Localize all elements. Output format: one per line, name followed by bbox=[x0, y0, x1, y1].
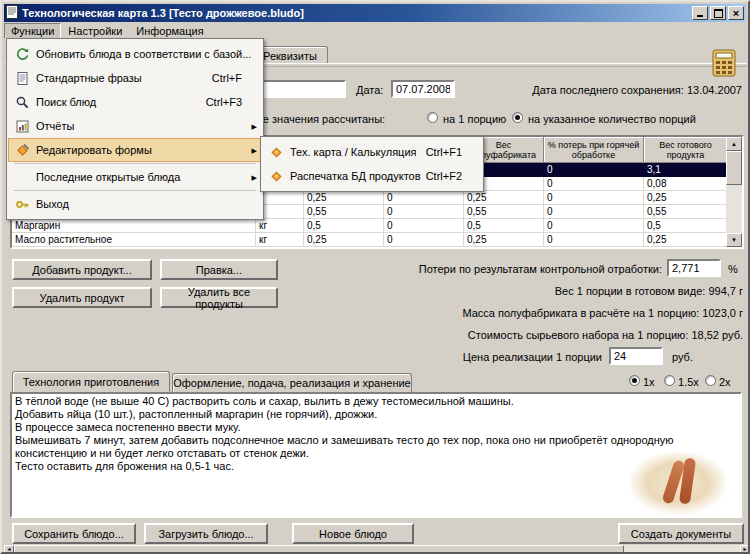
search-icon bbox=[12, 94, 32, 110]
submenu-item-tech-card[interactable]: Тех. карта / Калькуляция Ctrl+F1 bbox=[262, 140, 482, 164]
last-saved-label: Дата последнего сохранения: 13.04.2007 bbox=[502, 84, 742, 96]
menu-item-update-dishes[interactable]: Обновить блюда в соответствии с базой... bbox=[8, 42, 262, 66]
control-loss-label: Потери по результатам контрольной отрабо… bbox=[362, 263, 662, 275]
app-window: Технологическая карта 1.3 [Тесто дрожжев… bbox=[0, 0, 750, 554]
tab-technology-label: Технология приготовления bbox=[23, 376, 159, 388]
save-dish-button[interactable]: Сохранить блюдо... bbox=[12, 523, 136, 544]
form-diamond-icon bbox=[266, 144, 286, 160]
close-button[interactable]: × bbox=[728, 6, 744, 20]
price-unit: руб. bbox=[672, 351, 693, 363]
menu-item-exit[interactable]: Выход bbox=[8, 192, 262, 216]
create-documents-button[interactable]: Создать документы bbox=[618, 523, 744, 544]
menu-item-label: Последние открытые блюда bbox=[36, 171, 180, 183]
menu-item-label: Выход bbox=[36, 198, 69, 210]
table-cell: 0,5 bbox=[304, 219, 384, 233]
table-row[interactable]: Маргарин кг 0,5 0 0,5 0 0,5 bbox=[12, 219, 742, 233]
scroll-left-button[interactable]: ◄ bbox=[4, 545, 14, 554]
edit-forms-submenu: Тех. карта / Калькуляция Ctrl+F1 Распеча… bbox=[260, 136, 484, 192]
portion-ready-weight-label: Вес 1 порции в готовом виде: 994,7 г bbox=[402, 285, 743, 297]
scroll-up-button[interactable]: ▲ bbox=[726, 137, 742, 151]
col-header-ready-weight: Вес готового продукта bbox=[644, 137, 728, 163]
edit-product-button[interactable]: Правка... bbox=[160, 259, 278, 280]
close-icon: × bbox=[733, 8, 739, 18]
radio-one-portion-label[interactable]: на 1 порцию bbox=[443, 113, 506, 125]
table-cell: 3,1 bbox=[644, 163, 728, 177]
minimize-icon bbox=[697, 15, 703, 17]
menu-item-label: Обновить блюда в соответствии с базой... bbox=[36, 48, 251, 60]
calculator-icon[interactable] bbox=[710, 48, 738, 78]
refresh-icon bbox=[12, 46, 32, 62]
table-row[interactable]: Масло растительное кг 0,25 0 0,25 0 0,25 bbox=[12, 233, 742, 247]
radio-scale-1x-label[interactable]: 1x bbox=[643, 376, 655, 388]
window-controls: × bbox=[692, 6, 744, 20]
control-loss-input[interactable] bbox=[667, 259, 721, 277]
radio-portions-label[interactable]: на указанное количество порций bbox=[528, 113, 696, 125]
table-cell: 0,55 bbox=[464, 205, 544, 219]
minimize-button[interactable] bbox=[692, 6, 708, 20]
tab-technology[interactable]: Технология приготовления bbox=[12, 371, 170, 392]
menu-item-edit-forms[interactable]: Редактировать формы ▶ bbox=[8, 138, 262, 162]
tab-design[interactable]: Оформление, подача, реализация и хранени… bbox=[172, 373, 412, 392]
radio-scale-2x-label[interactable]: 2x bbox=[719, 376, 731, 388]
add-product-button[interactable]: Добавить продукт... bbox=[12, 259, 152, 280]
radio-scale-15x-label[interactable]: 1.5x bbox=[678, 376, 699, 388]
semi-weight-per-portion-label: Масса полуфабриката в расчёте на 1 порци… bbox=[402, 307, 743, 319]
menu-item-recent-dishes[interactable]: Последние открытые блюда ▶ bbox=[8, 165, 262, 189]
delete-all-products-button[interactable]: Удалить все продукты bbox=[160, 287, 278, 308]
maximize-icon bbox=[714, 9, 723, 18]
edit-form-icon bbox=[12, 142, 32, 158]
radio-portions[interactable] bbox=[512, 112, 523, 123]
radio-scale-1x[interactable] bbox=[629, 375, 640, 386]
table-cell: 0,25 bbox=[644, 191, 728, 205]
menu-item-search-dishes[interactable]: Поиск блюд Ctrl+F3 bbox=[8, 90, 262, 114]
empty-icon-space bbox=[12, 169, 32, 185]
radio-one-portion[interactable] bbox=[427, 112, 438, 123]
scroll-thumb[interactable] bbox=[726, 151, 742, 185]
delete-product-button[interactable]: Удалить продукт bbox=[12, 287, 152, 308]
technology-textarea[interactable]: В тёплой воде (не выше 40 С) растворить … bbox=[10, 392, 742, 518]
radio-scale-2x[interactable] bbox=[705, 375, 716, 386]
table-cell: 0 bbox=[544, 219, 644, 233]
menu-item-standard-phrases[interactable]: Стандартные фразы Ctrl+F bbox=[8, 66, 262, 90]
menu-item-reports[interactable]: Отчёты ▶ bbox=[8, 114, 262, 138]
menu-item-label: Распечатка БД продуктов bbox=[290, 170, 421, 182]
table-cell: 0,25 bbox=[644, 233, 728, 247]
menu-item-label: Тех. карта / Калькуляция bbox=[290, 146, 416, 158]
scroll-up-icon: ▲ bbox=[731, 141, 737, 147]
table-cell: 0 bbox=[544, 177, 644, 191]
menubar-item-informacia[interactable]: Информация bbox=[129, 23, 210, 39]
menu-item-label: Стандартные фразы bbox=[36, 72, 142, 84]
table-cell: 0,25 bbox=[464, 191, 544, 205]
submenu-item-db-print[interactable]: Распечатка БД продуктов Ctrl+F2 bbox=[262, 164, 482, 188]
table-cell: 0,25 bbox=[464, 233, 544, 247]
form-diamond-icon bbox=[266, 168, 286, 184]
report-icon bbox=[12, 118, 32, 134]
new-dish-button[interactable]: Новое блюдо bbox=[292, 523, 414, 544]
table-cell: 0,5 bbox=[644, 219, 728, 233]
load-dish-button[interactable]: Загрузить блюдо... bbox=[144, 523, 268, 544]
tab-requisites-label: Реквизиты bbox=[263, 50, 317, 62]
date-input[interactable] bbox=[391, 80, 455, 98]
table-cell: 0,25 bbox=[304, 233, 384, 247]
app-icon bbox=[6, 5, 18, 21]
maximize-button[interactable] bbox=[710, 6, 726, 20]
table-cell: Маргарин bbox=[12, 219, 256, 233]
scroll-down-icon: ▼ bbox=[731, 237, 737, 243]
table-scrollbar[interactable]: ▲ ▼ bbox=[726, 137, 742, 247]
price-input[interactable] bbox=[609, 347, 663, 365]
horizontal-scroll-thumb[interactable] bbox=[14, 545, 624, 554]
raw-cost-label: Стоимость сырьевого набора на 1 порцию: … bbox=[402, 329, 743, 341]
table-cell: 0,5 bbox=[464, 219, 544, 233]
menubar-item-funkcii[interactable]: Функции bbox=[4, 23, 61, 39]
date-label: Дата: bbox=[356, 84, 383, 96]
horizontal-scrollbar[interactable]: ◄ ► bbox=[4, 545, 750, 554]
tab-design-label: Оформление, подача, реализация и хранени… bbox=[173, 377, 410, 389]
window-title: Технологическая карта 1.3 [Тесто дрожжев… bbox=[22, 7, 692, 19]
title-bar[interactable]: Технологическая карта 1.3 [Тесто дрожжев… bbox=[4, 4, 746, 22]
scroll-right-button[interactable]: ► bbox=[740, 545, 750, 554]
document-icon bbox=[12, 70, 32, 86]
menubar-item-nastroiki[interactable]: Настройки bbox=[61, 23, 129, 39]
table-cell: 0,08 bbox=[644, 177, 728, 191]
scroll-down-button[interactable]: ▼ bbox=[726, 233, 742, 247]
radio-scale-15x[interactable] bbox=[664, 375, 675, 386]
